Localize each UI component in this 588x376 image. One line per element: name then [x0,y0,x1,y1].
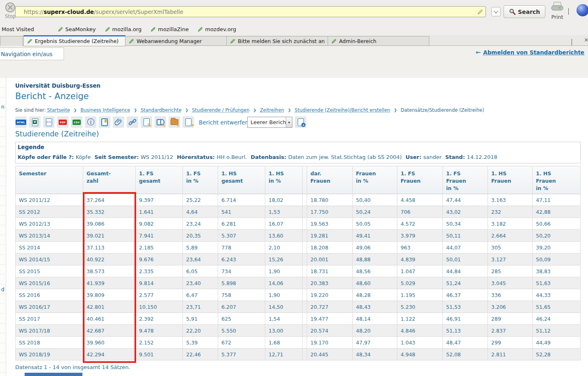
search-button[interactable]: Search [504,5,545,18]
table-cell: 51,63 [533,277,581,289]
bookmark-item[interactable]: SeaMonkey [58,26,96,32]
export-pdf-button[interactable]: PDF [57,116,68,128]
table-cell: 23,40 [183,277,218,289]
collapsed-navigation-sidebar[interactable]: nd [0,78,6,376]
table-cell: 3.045 [488,277,533,289]
info-button[interactable]: ⓘ [85,116,96,128]
export-xml-button[interactable]: </> [43,116,55,128]
table-cell: 1,54 [265,313,303,325]
url-scheme: https:// [24,9,43,15]
table-cell: 9.397 [136,194,183,206]
legend-value: WS 2011/12 [141,154,173,160]
attachment-button[interactable] [113,116,124,128]
tab-partial[interactable] [0,36,23,46]
most-visited-folder[interactable]: Most Visited [2,26,34,32]
table-cell: 51,53 [443,301,488,313]
table-cell: 5,39 [183,337,218,349]
table-cell: 48,60 [353,277,397,289]
edit-report-button[interactable]: ✎ [141,116,152,128]
breadcrumb-separator-icon: ❯ [288,108,291,112]
report-template-select[interactable]: Leerer Bericht ▾ [247,117,292,128]
breadcrumb-link[interactable]: Studierende / Prüfungen [192,107,249,113]
navigation-toggle-button[interactable]: Navigation ein/aus [0,48,64,60]
table-cell: 23,71 [183,301,218,313]
tab[interactable]: Webanwendung Manager [125,36,227,46]
bookmark-this-page-icon[interactable] [477,9,483,15]
tab[interactable]: Admin-Bereich [328,36,429,46]
bookmarks-items: SeaMonkeymozilla.orgmozillaZinemozdev.or… [58,26,245,32]
bookmark-item[interactable]: mozilla.org [105,26,142,32]
table-cell: 44,07 [443,242,488,254]
table-row: WS 2012/1339.0869.08223,246.28116,0719.5… [16,218,581,230]
edit-book-button[interactable]: ✎ [155,116,166,128]
breadcrumb-link[interactable]: Business Intelligence [80,107,130,113]
table-cell: 19.220 [307,289,353,301]
table-row: SS 201639.8092.5776,477581,9019.22048,28… [16,289,581,301]
bookmark-tag-icon [198,27,203,32]
bookmark-item[interactable]: mozdev.org [198,26,236,32]
bookmark-item[interactable]: mozillaZine [150,26,189,32]
edit-folder-button[interactable]: ✎ [169,116,180,128]
column-header [303,166,307,194]
print-button[interactable]: Print [548,1,567,22]
url-history-dropdown-button[interactable] [491,7,501,16]
export-html-button[interactable]: HTML [15,116,27,128]
breadcrumb-link[interactable]: Standardberichte [141,107,182,113]
table-cell: 336 [488,289,533,301]
table-cell: 3.979 [397,230,443,242]
breadcrumb-separator-icon: ❯ [74,108,77,112]
table-cell: 48,34 [353,349,397,360]
export-excel-button[interactable]: X [29,116,41,128]
table-cell: 2.577 [136,289,183,301]
breadcrumb-prefix: Sie sind hier: [15,107,46,113]
table-cell: 50,09 [533,254,581,265]
breadcrumb-link[interactable]: Zeitreihen [260,107,284,113]
tab[interactable]: Bitte melden Sie sich zunächst an [227,36,328,46]
notebook-button[interactable] [99,116,110,128]
list-all-tabs-button[interactable] [572,39,572,45]
table-cell: 12,71 [265,349,303,360]
table-cell: 706 [397,206,443,218]
table-row: SS 201437.1132.1855,897782,1018.20849,06… [16,242,581,254]
table-cell: 39.021 [83,230,136,242]
close-tab-button[interactable]: × [584,36,588,43]
data-table: SemesterGesamt-zahl1. FSgesamt1. FSin %1… [15,166,581,360]
breadcrumb-link[interactable]: Startseite [47,107,70,113]
table-row: WS 2014/1540.9229.67623,646.24315,2620.0… [16,254,581,265]
stop-icon [5,2,16,13]
link-button[interactable] [127,116,138,128]
breadcrumb: Sie sind hier: Startseite❯Business Intel… [15,107,484,113]
logout-link[interactable]: Abmelden von Standardberichte [483,49,584,56]
table-cell: 10.150 [136,301,183,313]
table-cell: 3.163 [488,194,533,206]
table-cell: 6,47 [183,289,218,301]
copy-report-button[interactable]: ➜ [182,116,194,128]
new-report-button[interactable]: + [295,116,306,128]
export-csv-button[interactable]: CSV [71,116,82,128]
select-dropdown-arrow[interactable]: ▾ [286,117,292,127]
table-cell [303,349,307,360]
breadcrumb-link[interactable]: Studierende (Zeitreihe)/Bericht erstelle… [295,107,390,113]
table-cell [303,337,307,349]
table-cell: 50,40 [353,194,397,206]
tab[interactable]: Ergebnis Studierende (Zeitreihe) [23,35,125,46]
table-cell: 2.837 [488,325,533,337]
stop-label: Stop [5,14,16,19]
navigation-toggle-label: Navigation ein/aus [1,51,52,57]
legend-label: Köpfe oder Fälle ?: [18,154,75,160]
table-cell: 35.332 [83,206,136,218]
print-dropdown-button[interactable] [568,8,569,14]
pencil-icon: ✎ [147,122,152,128]
url-bar[interactable]: https://superx-cloud.de/superx/servlet/S… [15,6,486,17]
bookmark-tag-icon [331,39,337,44]
bookmark-tag-icon [129,39,134,44]
legend-title: Legende [18,144,44,150]
table-cell: 734 [218,265,265,277]
pencil-icon: ✎ [161,122,166,128]
column-header: Frauenin % [353,166,397,194]
bookmark-label: mozdev.org [205,26,236,32]
table-cell: SS 2018 [16,337,83,349]
university-name: Universität Duisburg-Essen [15,82,100,89]
table-cell: 2,10 [265,242,303,254]
tab-strip: Ergebnis Studierende (Zeitreihe)Webanwen… [23,35,429,46]
